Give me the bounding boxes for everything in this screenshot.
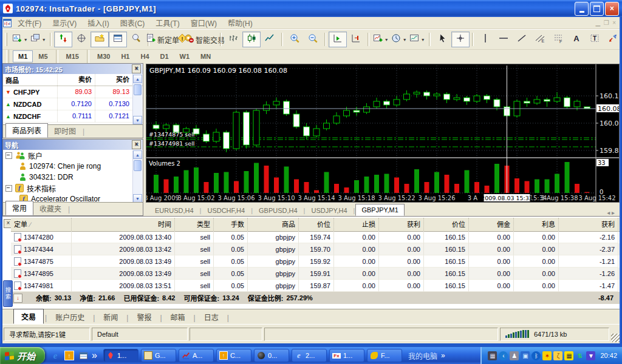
chart-tab-eurusd[interactable]: EURUSD,H4 bbox=[149, 205, 199, 216]
expert-advisors-button[interactable]: 智能交易 bbox=[191, 32, 217, 47]
column-header[interactable]: 获利 bbox=[559, 218, 618, 231]
user-icon[interactable]: ♟ bbox=[510, 351, 519, 360]
tree-item[interactable]: 102974: Chen jie rong bbox=[3, 161, 143, 172]
zoom-in-button[interactable] bbox=[285, 32, 304, 47]
summary-arrow-icon[interactable]: ↓ bbox=[13, 294, 22, 303]
minimize-button[interactable] bbox=[575, 2, 589, 16]
tab-common[interactable]: 常用 bbox=[5, 201, 33, 215]
column-header[interactable]: 手数 bbox=[214, 218, 248, 231]
cursor-button[interactable] bbox=[433, 32, 451, 47]
order-row[interactable]: 134749812009.08.03 13:51sell0.05gbpjpy15… bbox=[11, 280, 620, 292]
desktop-toolbar[interactable]: 我的电脑 » bbox=[408, 351, 445, 361]
language-icon[interactable]: ‹ bbox=[499, 351, 508, 360]
task-button[interactable]: G... bbox=[141, 349, 176, 362]
fibonacci-button[interactable]: F bbox=[549, 32, 567, 47]
navigator-title-bar[interactable]: 导航 × bbox=[3, 140, 143, 150]
orders-table-header[interactable]: 定单∕时间类型手数商品价位止损获利价位佣金利息获利 bbox=[11, 218, 620, 232]
task-button[interactable]: Fx1... bbox=[329, 349, 364, 362]
market-watch-scrollbar[interactable]: ▲ ▼ bbox=[132, 75, 142, 124]
bar-chart-button[interactable] bbox=[224, 32, 242, 47]
indicators-button[interactable]: ▼ bbox=[372, 32, 390, 47]
chart-tab-usdchf[interactable]: USDCHF,H4 bbox=[202, 205, 250, 216]
tab-tick-chart[interactable]: 即时图 bbox=[48, 124, 82, 138]
task-button[interactable]: e2... bbox=[292, 349, 327, 362]
collapse-icon[interactable] bbox=[5, 185, 12, 192]
terminal-tab[interactable]: 日志 bbox=[197, 310, 226, 324]
text-button[interactable]: A bbox=[567, 32, 586, 47]
task-button[interactable]: 0... bbox=[254, 349, 289, 362]
timeframe-m5[interactable]: M5 bbox=[33, 50, 53, 62]
scroll-up-icon[interactable]: ▲ bbox=[133, 75, 142, 83]
start-button[interactable]: 开始 bbox=[0, 347, 45, 364]
menu-item[interactable]: 文件(F) bbox=[12, 16, 47, 29]
terminal-tab[interactable]: 交易 bbox=[13, 309, 44, 324]
toolbar-grip[interactable] bbox=[6, 50, 9, 63]
show-desktop-icon[interactable]: ↑ bbox=[64, 350, 75, 361]
antivirus-icon[interactable]: ✶ bbox=[542, 351, 552, 360]
hline-button[interactable] bbox=[494, 32, 513, 47]
column-header[interactable]: 获利 bbox=[379, 218, 424, 231]
my-computer-label[interactable]: 我的电脑 bbox=[408, 351, 437, 361]
terminal-tab[interactable]: 邮箱 bbox=[163, 310, 193, 324]
tree-item[interactable]: 304321: DDR bbox=[3, 172, 143, 183]
column-header[interactable]: 卖价 bbox=[58, 74, 95, 86]
navigator-button[interactable] bbox=[91, 32, 109, 47]
menu-item[interactable]: 图表(C) bbox=[115, 16, 151, 29]
terminal-button[interactable] bbox=[109, 32, 127, 47]
timeframe-m15[interactable]: M15 bbox=[61, 50, 84, 62]
menu-item[interactable]: 窗口(W) bbox=[185, 16, 222, 29]
data-window-button[interactable] bbox=[72, 32, 91, 47]
market-watch-close-icon[interactable]: × bbox=[132, 64, 141, 73]
status-profile[interactable]: Default bbox=[92, 328, 188, 341]
tab-symbols[interactable]: 商品列表 bbox=[5, 123, 48, 138]
task-button[interactable]: 1... bbox=[103, 349, 138, 362]
order-row[interactable]: 134748752009.08.03 13:49sell0.05gbpjpy15… bbox=[11, 255, 620, 268]
candlestick-button[interactable] bbox=[242, 32, 261, 47]
terminal-tab[interactable]: 新闻 bbox=[96, 310, 125, 324]
column-header[interactable]: 类型 bbox=[175, 218, 214, 231]
maximize-button[interactable] bbox=[590, 2, 604, 16]
child-window-controls[interactable]: ▁ ❐ × bbox=[595, 19, 622, 26]
updown-icon[interactable]: ⇅ bbox=[575, 351, 584, 360]
line-chart-button[interactable] bbox=[261, 32, 279, 47]
menu-item[interactable]: 插入(I) bbox=[82, 16, 114, 29]
new-chart-button[interactable]: ▼ bbox=[11, 32, 29, 47]
keyboard-icon[interactable]: ▦ bbox=[488, 351, 497, 360]
timeframe-h4[interactable]: H4 bbox=[135, 50, 154, 62]
channel-button[interactable]: E bbox=[531, 32, 549, 47]
order-row[interactable]: 134748952009.08.03 13:49sell0.05gbpjpy15… bbox=[11, 268, 620, 280]
column-header[interactable]: 定单∕ bbox=[11, 218, 72, 231]
chevron-icon[interactable]: » bbox=[92, 350, 97, 361]
column-header[interactable]: 止损 bbox=[334, 218, 379, 231]
trader-quick-icon[interactable] bbox=[78, 350, 89, 361]
ie-icon[interactable]: e bbox=[50, 350, 61, 361]
column-header[interactable]: 时间 bbox=[72, 218, 175, 231]
bluetooth-icon[interactable]: ᛒ bbox=[531, 351, 541, 360]
market-watch-button[interactable] bbox=[54, 32, 72, 47]
order-row[interactable]: 134743442009.08.03 13:42sell0.05gbpjpy15… bbox=[11, 243, 620, 255]
timeframe-d1[interactable]: D1 bbox=[155, 50, 174, 62]
chart-shift-button[interactable] bbox=[347, 32, 365, 47]
scroll-thumb[interactable] bbox=[134, 160, 142, 171]
order-row[interactable]: 134742802009.08.03 13:40sell0.05gbpjpy15… bbox=[11, 231, 620, 243]
timeframe-m1[interactable]: M1 bbox=[13, 50, 33, 62]
timeframe-h1[interactable]: H1 bbox=[115, 50, 135, 62]
timeframe-mn[interactable]: MN bbox=[195, 50, 216, 62]
navigator-close-icon[interactable]: × bbox=[132, 140, 141, 149]
column-header[interactable]: 价位 bbox=[299, 218, 334, 231]
resize-grip[interactable] bbox=[611, 334, 620, 342]
trendline-button[interactable] bbox=[513, 32, 531, 47]
chart-tab-usdjpy[interactable]: USDJPY,H4 bbox=[306, 205, 352, 216]
task-button[interactable]: ↑C... bbox=[216, 349, 251, 362]
tab-scroll-arrows[interactable]: ◂ ▸ bbox=[607, 209, 620, 216]
side-panel-tab[interactable]: 搜索 bbox=[3, 280, 13, 307]
profiles-button[interactable]: ▼ bbox=[29, 32, 47, 47]
menu-item[interactable]: 显示(V) bbox=[47, 16, 82, 29]
menu-item[interactable]: 帮助(H) bbox=[222, 16, 258, 29]
zoom-out-button[interactable] bbox=[304, 32, 322, 47]
navigator-scrollbar[interactable]: ▲ ▼ bbox=[132, 150, 142, 203]
auto-scroll-button[interactable] bbox=[329, 32, 347, 47]
chart-area[interactable]: 160.15160.00159.85160.083303 Aug 20093 A… bbox=[146, 64, 620, 203]
tree-item[interactable]: f技术指标 bbox=[3, 183, 143, 194]
market-watch-title-bar[interactable]: 市场报价: 15:42:25 × bbox=[3, 64, 143, 74]
